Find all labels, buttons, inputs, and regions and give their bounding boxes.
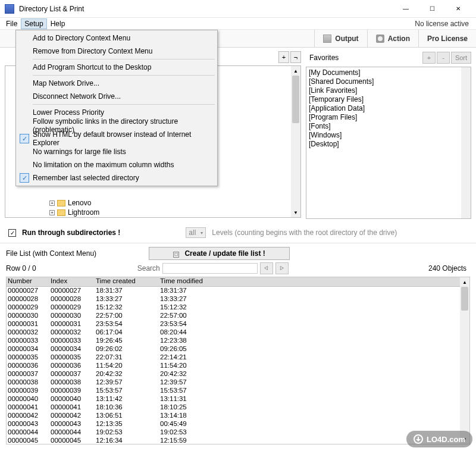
menu-item[interactable]: Disconnect Network Drive... [17,90,216,103]
search-input[interactable] [162,263,258,274]
expand-all-button[interactable]: + [278,51,289,63]
menu-item[interactable]: Map Network Drive... [17,77,216,90]
close-button[interactable]: ✕ [445,0,471,18]
tree-item[interactable]: +Lenovo [7,198,299,208]
table-row[interactable]: 000000310000003123:53:5423:53:54 [7,320,469,328]
cell: 00000033 [7,337,49,345]
menu-help[interactable]: Help [47,18,69,29]
cell: 00000043 [7,420,49,428]
scroll-thumb[interactable] [461,287,468,311]
menu-item-label: Lower Process Priority [33,108,104,117]
col-modified[interactable]: Time modified [159,277,469,286]
tab-pro-license[interactable]: Pro License [418,30,476,47]
cell: 12:23:38 [159,337,469,345]
table-row[interactable]: 000000390000003915:53:5715:53:57 [7,387,469,395]
scroll-up-icon[interactable]: ▲ [460,277,469,287]
favorite-add-button[interactable]: + [422,52,436,64]
menu-item[interactable]: Add Program Shortcut to the Desktop [17,61,216,74]
table-row[interactable]: 000000320000003206:17:0408:20:44 [7,328,469,337]
cell: 18:31:37 [95,287,159,295]
scroll-up-icon[interactable]: ▲ [291,66,300,76]
file-list-label: File List (with Context Menu) [6,249,96,258]
table-row[interactable]: 000000420000004213:06:5113:14:18 [7,412,469,420]
cell: 22:57:00 [95,312,159,320]
table-row[interactable]: 000000450000004512:16:3412:15:59 [7,437,469,444]
menu-item[interactable]: No warnings for large file lists [17,145,216,158]
table-row[interactable]: 000000350000003522:07:3122:14:21 [7,353,469,362]
favorite-item[interactable]: [My Documents] [309,68,468,77]
menu-item[interactable]: No limitation on the maximum column widt… [17,158,216,171]
menu-item-label: No warnings for large file lists [33,148,126,156]
collapse-all-button[interactable]: ¬ [290,51,301,63]
file-list-table[interactable]: Number Index Time created Time modified … [6,277,470,444]
levels-dropdown[interactable]: all ▾ [186,227,206,238]
levels-value: all [189,228,196,237]
table-row[interactable]: 000000270000002718:31:3718:31:37 [7,287,469,295]
table-row[interactable]: 000000280000002813:33:2713:33:27 [7,295,469,303]
favorite-sort-button[interactable]: Sort [451,52,471,64]
levels-hint: Levels (counting begins with the root di… [212,228,397,237]
favorites-scrollbar[interactable] [461,67,471,218]
favorite-item[interactable]: [Program Files] [309,113,468,122]
expand-icon[interactable]: + [49,210,55,215]
favorite-item[interactable]: [Windows] [309,131,468,140]
cell: 00000038 [49,378,95,387]
table-row[interactable]: 000000300000003022:57:0022:57:00 [7,312,469,320]
filelist-vscrollbar[interactable]: ▲ ▼ [460,277,469,444]
tab-output[interactable]: Output [314,30,367,47]
favorite-item[interactable]: [Desktop] [309,140,468,149]
check-icon: ✓ [20,134,29,143]
col-index[interactable]: Index [49,277,95,286]
table-row[interactable]: 000000380000003812:39:5712:39:57 [7,378,469,387]
menu-setup[interactable]: Setup [21,18,46,29]
cell: 22:07:31 [95,353,159,362]
col-created[interactable]: Time created [95,277,159,286]
folder-icon [57,209,65,216]
search-prev-button[interactable]: ᐊ [260,262,273,274]
table-row[interactable]: 000000400000004013:11:4213:11:31 [7,395,469,403]
table-row[interactable]: 000000370000003720:42:3220:42:32 [7,370,469,378]
favorite-item[interactable]: [Application Data] [309,104,468,113]
table-row[interactable]: 000000440000004419:02:5319:02:53 [7,428,469,437]
cell: 11:54:20 [95,362,159,370]
table-row[interactable]: 000000410000004118:10:3618:10:25 [7,403,469,412]
table-row[interactable]: 000000430000004312:13:3500:45:49 [7,420,469,428]
scroll-down-icon[interactable]: ▼ [291,208,300,217]
cell: 00000028 [49,295,95,303]
favorite-item[interactable]: [Fonts] [309,122,468,131]
menu-item[interactable]: ✓Show HTML by default browser instead of… [17,132,216,145]
cell: 20:42:32 [95,370,159,378]
favorites-list[interactable]: [My Documents][Shared Documents][Link Fa… [306,67,471,219]
cell: 13:11:42 [95,395,159,403]
menu-item[interactable]: Remove from Directory Context Menu [17,45,216,58]
table-row[interactable]: 000000360000003611:54:2011:54:20 [7,362,469,370]
cell: 18:31:37 [159,287,469,295]
tab-action[interactable]: Action [367,30,418,47]
favorite-remove-button[interactable]: - [437,52,450,64]
menu-item[interactable]: Add to Directory Context Menu [17,32,216,45]
minimize-button[interactable]: — [393,0,419,18]
col-number[interactable]: Number [7,277,49,286]
favorite-item[interactable]: [Shared Documents] [309,77,468,86]
create-update-button[interactable]: □ Create / update file list ! [149,247,290,260]
cell: 00000037 [49,370,95,378]
scroll-thumb[interactable] [292,76,299,123]
table-row[interactable]: 000000330000003319:26:4512:23:38 [7,337,469,345]
tree-item[interactable]: +Lightroom [7,208,299,217]
search-next-button[interactable]: ᐅ [275,262,289,274]
cell: 00000042 [7,412,49,420]
favorite-item[interactable]: [Link Favorites] [309,86,468,95]
table-row[interactable]: 000000290000002915:12:3215:12:32 [7,303,469,312]
row-counter: Row 0 / 0 [6,264,36,273]
menu-file[interactable]: File [2,18,21,29]
favorite-item[interactable]: [Temporary Files] [309,95,468,104]
menu-item[interactable]: ✓Remember last selected directory [17,171,216,184]
cell: 00000036 [49,362,95,370]
table-row[interactable]: 000000340000003409:26:0209:26:05 [7,345,469,353]
tree-item[interactable]: savepart [7,217,299,218]
tree-scrollbar[interactable]: ▲ ▼ [291,66,300,217]
maximize-button[interactable]: ☐ [419,0,445,18]
cell: 00:45:49 [159,420,469,428]
expand-icon[interactable]: + [49,201,55,206]
run-through-checkbox[interactable]: ✓ [8,229,16,237]
